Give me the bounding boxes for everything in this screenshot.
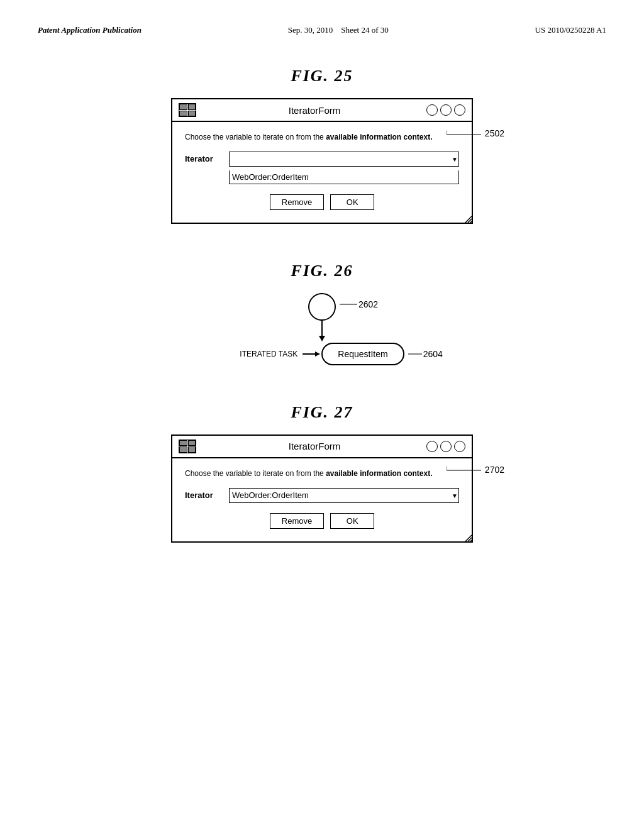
- fig25-maximize-btn[interactable]: [440, 104, 452, 116]
- fig27-iterator-input-container[interactable]: ▼: [229, 488, 459, 503]
- fig26-arrow-down: [196, 321, 448, 343]
- fig26-bottom-row: ITERATED TASK RequestItem 2604: [196, 343, 448, 365]
- fig27-resize-handle[interactable]: [462, 531, 472, 541]
- figure-25: FIG. 25 IteratorForm: [38, 67, 606, 224]
- fig25-iterator-label: Iterator: [185, 154, 223, 163]
- svg-line-13: [470, 540, 472, 541]
- fig25-dialog: IteratorForm Choose the variable to iter…: [171, 98, 473, 224]
- fig25-minimize-btn[interactable]: [426, 104, 438, 116]
- fig27-window-controls: [426, 441, 465, 452]
- fig27-remove-button[interactable]: Remove: [270, 513, 324, 529]
- fig25-buttons: Remove OK: [185, 194, 459, 210]
- fig26-iterated-label: ITERATED TASK: [240, 350, 297, 358]
- fig25-remove-button[interactable]: Remove: [270, 194, 324, 210]
- fig25-iterator-row: Iterator ▼: [185, 152, 459, 167]
- fig26-ref2604-callout: 2604: [408, 349, 443, 359]
- fig26-ref-2604: 2604: [423, 349, 443, 359]
- fig27-ref-callout: 2702: [478, 465, 504, 475]
- header-date: Sep. 30, 2010: [288, 25, 333, 35]
- fig27-window-title: IteratorForm: [203, 441, 426, 451]
- fig25-ref-callout: 2502: [478, 128, 504, 138]
- fig27-titlebar: IteratorForm: [172, 436, 472, 458]
- fig27-app-icon: [179, 440, 196, 453]
- fig26-request-item-node: RequestItem 2604: [321, 343, 404, 365]
- fig25-window-title: IteratorForm: [203, 105, 426, 116]
- fig25-ref-number: 2502: [485, 128, 504, 138]
- fig25-app-icon: [179, 103, 196, 117]
- fig25-dropdown-arrow-icon[interactable]: ▼: [452, 155, 458, 162]
- fig25-dropdown-option[interactable]: WebOrder:OrderItem: [229, 170, 459, 184]
- page-header: Patent Application Publication Sep. 30, …: [38, 25, 606, 35]
- fig26-top-area: 2602: [196, 293, 448, 321]
- fig26-ref2602-callout: 2602: [340, 299, 378, 309]
- fig27-dialog: IteratorForm Choose the variable to iter…: [171, 434, 473, 543]
- fig25-iterator-input[interactable]: [229, 152, 459, 167]
- fig25-dialog-body: Choose the variable to iterate on from t…: [172, 122, 472, 223]
- fig27-dialog-body: Choose the variable to iterate on from t…: [172, 458, 472, 541]
- fig27-iterator-label: Iterator: [185, 490, 223, 500]
- fig26-bottom-rect: RequestItem: [321, 343, 404, 365]
- fig27-close-btn[interactable]: [454, 441, 465, 452]
- fig25-description: Choose the variable to iterate on from t…: [185, 132, 459, 143]
- fig27-ok-button[interactable]: OK: [330, 513, 374, 529]
- fig27-iterator-input[interactable]: [229, 488, 459, 503]
- svg-marker-7: [319, 336, 325, 341]
- page: Patent Application Publication Sep. 30, …: [0, 0, 644, 830]
- svg-line-2: [470, 221, 472, 223]
- fig27-minimize-btn[interactable]: [426, 441, 438, 452]
- header-patent-number: US 2010/0250228 A1: [535, 25, 606, 35]
- figure-26: FIG. 26 2602: [38, 262, 606, 365]
- header-publication: Patent Application Publication: [38, 25, 142, 35]
- header-date-sheet: Sep. 30, 2010 Sheet 24 of 30: [288, 25, 389, 35]
- fig27-dropdown-arrow-icon[interactable]: ▼: [452, 492, 458, 499]
- svg-marker-9: [315, 351, 320, 357]
- fig26-title: FIG. 26: [38, 262, 606, 280]
- fig27-iterator-row: Iterator ▼: [185, 488, 459, 503]
- fig27-description: Choose the variable to iterate on from t…: [185, 468, 459, 479]
- fig25-close-btn[interactable]: [454, 104, 465, 116]
- fig26-arrow-right-icon: [303, 350, 321, 358]
- header-sheet: Sheet 24 of 30: [341, 25, 388, 35]
- fig27-buttons: Remove OK: [185, 513, 459, 529]
- fig26-top-circle: [308, 293, 336, 321]
- fig27-ref-number: 2702: [485, 465, 504, 475]
- fig25-window-controls: [426, 104, 465, 116]
- fig25-titlebar: IteratorForm: [172, 99, 472, 122]
- fig25-title: FIG. 25: [38, 67, 606, 86]
- fig25-iterator-input-container[interactable]: ▼: [229, 152, 459, 167]
- fig26-ref-2602: 2602: [358, 299, 378, 309]
- fig27-title: FIG. 27: [38, 403, 606, 422]
- fig25-resize-handle[interactable]: [462, 213, 472, 223]
- figure-27: FIG. 27 IteratorForm: [38, 403, 606, 543]
- fig25-ok-button[interactable]: OK: [330, 194, 374, 210]
- fig27-maximize-btn[interactable]: [440, 441, 452, 452]
